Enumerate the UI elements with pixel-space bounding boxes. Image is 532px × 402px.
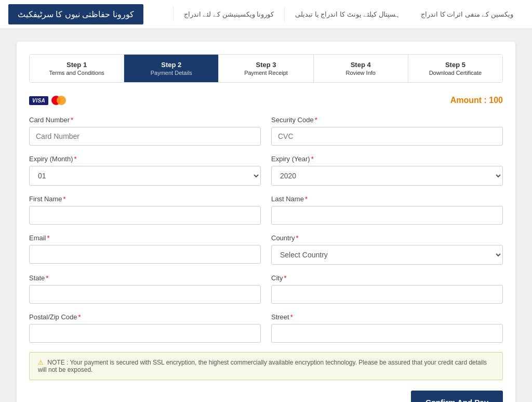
stepper: Step 1 Terms and Conditions Step 2 Payme… xyxy=(29,54,503,83)
email-group: Email* xyxy=(29,234,261,265)
street-label: Street* xyxy=(271,313,503,321)
form-row-2: Expiry (Month)* 01 02 03 04 05 06 07 08 … xyxy=(29,155,503,186)
postal-code-group: Postal/Zip Code* xyxy=(29,313,261,343)
card-number-label: Card Number* xyxy=(29,116,261,124)
city-input[interactable] xyxy=(271,285,503,304)
city-label: City* xyxy=(271,274,503,282)
security-code-group: Security Code* xyxy=(271,116,503,146)
warning-icon: ⚠ xyxy=(38,359,44,366)
street-group: Street* xyxy=(271,313,503,343)
last-name-input[interactable] xyxy=(271,206,503,225)
nav-logo[interactable]: کورونا حفاظتی نیوں کا سرٹیفکیٹ xyxy=(8,4,143,24)
step-1[interactable]: Step 1 Terms and Conditions xyxy=(30,55,124,82)
step-3-label: Payment Receipt xyxy=(223,70,309,76)
form-row-3: First Name* Last Name* xyxy=(29,195,503,225)
state-label: State* xyxy=(29,274,261,282)
state-group: State* xyxy=(29,274,261,304)
step-4-number: Step 4 xyxy=(318,61,404,69)
step-4-label: Roview Info xyxy=(318,70,404,76)
first-name-input[interactable] xyxy=(29,206,261,225)
security-code-label: Security Code* xyxy=(271,116,503,124)
main-container: Step 1 Terms and Conditions Step 2 Payme… xyxy=(17,42,515,402)
city-group: City* xyxy=(271,274,503,304)
required-star-2: * xyxy=(315,116,317,124)
first-name-label: First Name* xyxy=(29,195,261,203)
form-row-6: Postal/Zip Code* Street* xyxy=(29,313,503,343)
card-number-input[interactable] xyxy=(29,127,261,146)
expiry-year-group: Expiry (Year)* 2020 2021 2022 2023 2024 … xyxy=(271,155,503,186)
postal-code-label: Postal/Zip Code* xyxy=(29,313,261,321)
confirm-pay-button[interactable]: Confirm And Pay xyxy=(411,391,503,402)
country-group: Country* Select Country Pakistan United … xyxy=(271,234,503,265)
expiry-month-group: Expiry (Month)* 01 02 03 04 05 06 07 08 … xyxy=(29,155,261,186)
country-select[interactable]: Select Country Pakistan United States Un… xyxy=(271,245,503,265)
step-2-label: Payment Details xyxy=(128,70,214,76)
payment-header: VISA Amount : 100 xyxy=(29,95,503,106)
street-input[interactable] xyxy=(271,324,503,343)
step-3[interactable]: Step 3 Payment Receipt xyxy=(219,55,313,82)
visa-icon: VISA xyxy=(29,96,48,105)
note-text: NOTE : Your payment is secured with SSL … xyxy=(38,359,487,373)
step-2-number: Step 2 xyxy=(128,61,214,69)
card-icons: VISA xyxy=(29,95,67,106)
expiry-year-label: Expiry (Year)* xyxy=(271,155,503,163)
card-number-group: Card Number* xyxy=(29,116,261,146)
button-row: Confirm And Pay xyxy=(29,391,503,402)
form-row-4: Email* Country* Select Country Pakistan … xyxy=(29,234,503,265)
postal-code-input[interactable] xyxy=(29,324,261,343)
nav-item-2[interactable]: ہسپتال کیلئے یونٹ کا اندراج یا تبدیلی xyxy=(284,6,410,22)
expiry-month-label: Expiry (Month)* xyxy=(29,155,261,163)
note-box: ⚠ NOTE : Your payment is secured with SS… xyxy=(29,352,503,380)
security-code-input[interactable] xyxy=(271,127,503,146)
email-input[interactable] xyxy=(29,245,261,264)
nav-item-3[interactable]: ویکسین کے منفی اثرات کا اندراج xyxy=(410,6,524,22)
step-1-number: Step 1 xyxy=(34,61,119,69)
form-row-1: Card Number* Security Code* xyxy=(29,116,503,146)
last-name-group: Last Name* xyxy=(271,195,503,225)
nav-item-1[interactable]: کورونا ویکسینیشن کے لئے اندراج xyxy=(173,6,284,22)
mastercard-icon xyxy=(51,95,67,106)
expiry-year-select[interactable]: 2020 2021 2022 2023 2024 2025 xyxy=(271,166,503,186)
required-star: * xyxy=(71,116,73,124)
step-5-number: Step 5 xyxy=(413,61,498,69)
nav-items: کورونا ویکسینیشن کے لئے اندراج ہسپتال کی… xyxy=(148,6,524,22)
state-input[interactable] xyxy=(29,285,261,304)
first-name-group: First Name* xyxy=(29,195,261,225)
email-label: Email* xyxy=(29,234,261,242)
expiry-month-select[interactable]: 01 02 03 04 05 06 07 08 09 10 11 12 xyxy=(29,166,261,186)
step-1-label: Terms and Conditions xyxy=(34,70,119,76)
top-nav: کورونا حفاظتی نیوں کا سرٹیفکیٹ کورونا وی… xyxy=(0,0,532,29)
step-3-number: Step 3 xyxy=(223,61,309,69)
form-row-5: State* City* xyxy=(29,274,503,304)
country-label: Country* xyxy=(271,234,503,242)
step-5[interactable]: Step 5 Download Certificate xyxy=(408,55,502,82)
last-name-label: Last Name* xyxy=(271,195,503,203)
step-4[interactable]: Step 4 Roview Info xyxy=(314,55,408,82)
step-5-label: Download Certificate xyxy=(413,70,498,76)
amount-text: Amount : 100 xyxy=(450,96,503,105)
step-2[interactable]: Step 2 Payment Details xyxy=(124,55,219,82)
